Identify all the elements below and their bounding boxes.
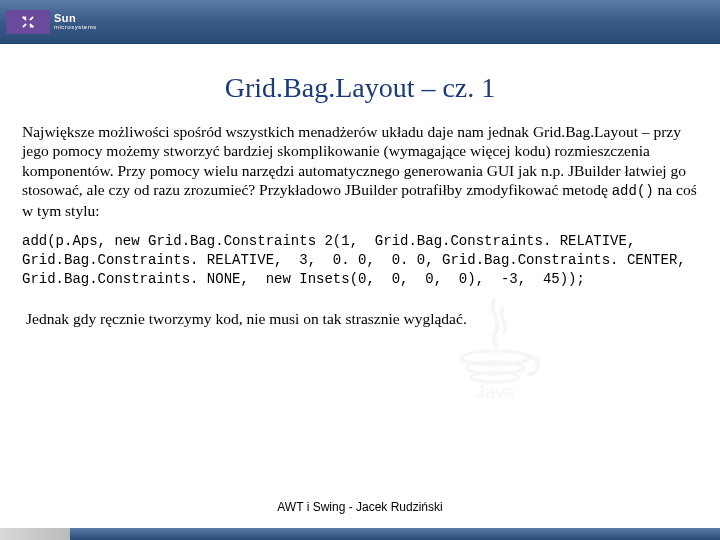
sun-logo-icon [19, 13, 37, 31]
header-bar: Sun microsystems [0, 0, 720, 44]
svg-rect-2 [29, 16, 33, 20]
slide-body: Największe możliwości spośród wszystkich… [0, 122, 720, 500]
brand-text: Sun microsystems [50, 13, 97, 30]
paragraph-1-code: add() [612, 183, 654, 199]
paragraph-1-pre: Największe możliwości spośród wszystkich… [22, 123, 686, 198]
code-sample: add(p.Aps, new Grid.Bag.Constraints 2(1,… [22, 232, 698, 289]
slide: Sun microsystems Grid.Bag.Layout – cz. 1… [0, 0, 720, 540]
footer-text: AWT i Swing - Jacek Rudziński [0, 500, 720, 528]
svg-rect-5 [30, 25, 34, 27]
paragraph-2: Jednak gdy ręcznie tworzymy kod, nie mus… [22, 309, 698, 328]
svg-rect-4 [23, 16, 27, 18]
brand-name: Sun [54, 13, 97, 24]
brand-sub: microsystems [54, 24, 97, 30]
sun-logo [6, 10, 50, 34]
slide-title: Grid.Bag.Layout – cz. 1 [0, 72, 720, 104]
footer-bar [0, 528, 720, 540]
svg-rect-3 [22, 23, 26, 27]
paragraph-1: Największe możliwości spośród wszystkich… [22, 122, 698, 220]
